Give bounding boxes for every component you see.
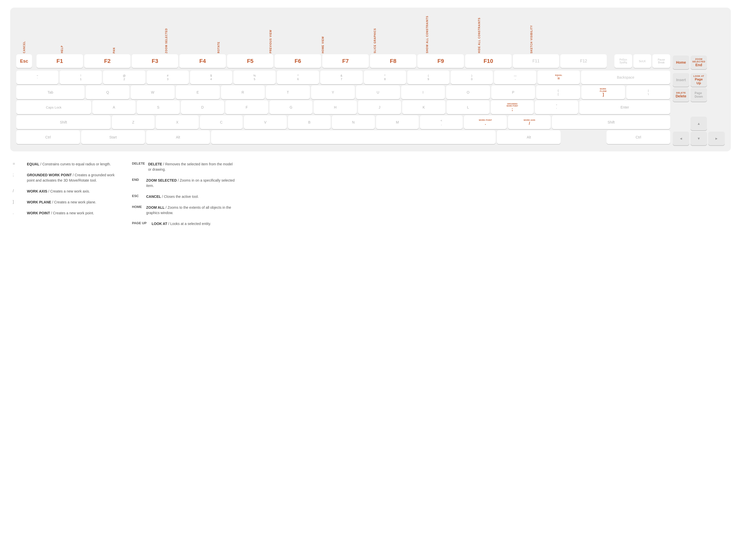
key-f6[interactable]: F6 — [275, 54, 321, 68]
key-h[interactable]: H — [314, 100, 356, 114]
key-ctrl-right[interactable]: Ctrl — [607, 130, 670, 144]
key-a[interactable]: A — [92, 100, 135, 114]
key-pause[interactable]: PauseBreak — [653, 54, 670, 68]
key-esc[interactable]: Esc — [16, 54, 32, 68]
key-equal[interactable]: EQUAL = — [537, 71, 580, 84]
key-p[interactable]: P — [491, 85, 535, 99]
key-backspace[interactable]: Backspace — [581, 71, 670, 84]
side-row-3: DELETE Delete PageDown — [673, 88, 725, 102]
key-f2[interactable]: F2 — [84, 54, 131, 68]
key-4[interactable]: $4 — [190, 71, 232, 84]
key-0[interactable]: )0 — [451, 71, 493, 84]
key-insert[interactable]: Insert — [673, 73, 689, 87]
key-end[interactable]: ZOOM SELECTED End — [690, 56, 707, 69]
key-f12[interactable]: F12 — [560, 54, 607, 68]
key-semicolon[interactable]: GROUNDEDWORK POINT ; — [491, 100, 534, 114]
key-r[interactable]: R — [221, 85, 265, 99]
key-scrlk[interactable]: ScrLK — [633, 54, 651, 68]
key-f9[interactable]: F9 — [417, 54, 464, 68]
key-period[interactable]: WORK POINT . — [464, 115, 507, 129]
key-arrow-left[interactable]: ◄ — [673, 132, 689, 145]
key-m[interactable]: M — [376, 115, 419, 129]
key-f10[interactable]: F10 — [465, 54, 512, 68]
key-alt-right[interactable]: Alt — [497, 130, 560, 144]
key-c[interactable]: C — [200, 115, 243, 129]
key-start[interactable]: Start — [81, 130, 145, 144]
key-caps-lock[interactable]: Caps Lock — [16, 100, 91, 114]
key-backslash[interactable]: |\ — [626, 85, 670, 99]
key-q[interactable]: Q — [86, 85, 130, 99]
legend-text-home: ZOOM ALL / Zooms to the extents of all o… — [146, 205, 236, 216]
number-key-row: ~` !1 @2 #3 $4 %5 ^6 — [16, 71, 670, 84]
key-w[interactable]: W — [131, 85, 175, 99]
key-quote[interactable]: "' — [535, 100, 578, 114]
key-f3[interactable]: F3 — [132, 54, 178, 68]
key-arrow-right[interactable]: ► — [708, 132, 725, 145]
key-v[interactable]: V — [244, 115, 286, 129]
key-n[interactable]: N — [332, 115, 375, 129]
key-8[interactable]: *8 — [364, 71, 406, 84]
key-ctrl-left[interactable]: Ctrl — [16, 130, 80, 144]
key-arrow-down[interactable]: ▼ — [690, 132, 707, 145]
key-g[interactable]: G — [270, 100, 313, 114]
key-d[interactable]: D — [181, 100, 224, 114]
key-lbracket[interactable]: {[ — [536, 85, 580, 99]
key-y[interactable]: Y — [311, 85, 355, 99]
key-page-down[interactable]: PageDown — [690, 88, 707, 102]
key-f8[interactable]: F8 — [370, 54, 416, 68]
key-i[interactable]: I — [401, 85, 445, 99]
key-z[interactable]: Z — [112, 115, 154, 129]
key-6[interactable]: ^6 — [277, 71, 319, 84]
key-b[interactable]: B — [288, 115, 331, 129]
key-3[interactable]: #3 — [147, 71, 189, 84]
key-alt-left[interactable]: Alt — [146, 130, 210, 144]
key-f7[interactable]: F7 — [322, 54, 369, 68]
key-tab[interactable]: Tab — [16, 85, 84, 99]
key-x[interactable]: X — [156, 115, 198, 129]
key-f[interactable]: F — [225, 100, 268, 114]
key-space[interactable] — [211, 130, 495, 144]
key-f4[interactable]: F4 — [180, 54, 226, 68]
key-e[interactable]: E — [176, 85, 220, 99]
key-arrow-up[interactable]: ▲ — [690, 117, 707, 130]
key-7[interactable]: &7 — [320, 71, 362, 84]
key-delete[interactable]: DELETE Delete — [673, 88, 689, 102]
key-home[interactable]: Home — [673, 56, 689, 69]
key-s[interactable]: S — [137, 100, 180, 114]
key-enter[interactable]: Enter — [579, 100, 670, 114]
key-slash[interactable]: WORK AXIS / — [508, 115, 551, 129]
legend-key-home: HOME — [132, 205, 141, 209]
legend-col2: DELETE DELETE / Removes the selected ite… — [132, 162, 236, 232]
key-prtscn[interactable]: PrtScnSysRq — [614, 54, 632, 68]
caps-key-row: Caps Lock A S D F G H J K L GROUNDEDWORK… — [16, 100, 670, 114]
key-5[interactable]: %5 — [233, 71, 276, 84]
key-9[interactable]: (9 — [407, 71, 450, 84]
bottom-key-row: Ctrl Start Alt Alt Ctrl — [16, 130, 670, 144]
key-o[interactable]: O — [446, 85, 490, 99]
key-2[interactable]: @2 — [103, 71, 145, 84]
key-j[interactable]: J — [358, 100, 401, 114]
legend-text-dot: WORK POINT / Creates a new work point. — [27, 211, 94, 216]
key-f5[interactable]: F5 — [227, 54, 274, 68]
label-hide-all-constraints: HIDE ALL CONSTRAINTS — [478, 17, 481, 53]
legend-item-end: END ZOOM SELECTED / Zooms in on a specif… — [132, 178, 236, 188]
key-tilde[interactable]: ~` — [16, 71, 58, 84]
legend-text-semicolon: GROUNDED WORK POINT / Creates a grounded… — [27, 172, 117, 183]
key-rbracket[interactable]: WORKPLANE ] — [582, 85, 625, 99]
key-shift-left[interactable]: Shift — [16, 115, 111, 129]
key-f1[interactable]: F1 — [37, 54, 83, 68]
key-u[interactable]: U — [356, 85, 400, 99]
legend-item-home: HOME ZOOM ALL / Zooms to the extents of … — [132, 205, 236, 216]
key-comma[interactable]: <, — [420, 115, 463, 129]
key-f11[interactable]: F11 — [513, 54, 559, 68]
key-minus[interactable]: —- — [494, 71, 536, 84]
key-page-up[interactable]: LOOK AT Page Up — [690, 73, 707, 87]
legend-key-delete: DELETE — [132, 162, 143, 165]
legend-text-pageup: LOOK AT / Looks at a selected entity. — [152, 221, 211, 227]
legend-text-slash: WORK AXIS / Creates a new work axis. — [27, 189, 90, 194]
key-l[interactable]: L — [447, 100, 489, 114]
key-t[interactable]: T — [266, 85, 310, 99]
key-shift-right[interactable]: Shift — [552, 115, 670, 129]
key-1[interactable]: !1 — [60, 71, 102, 84]
key-k[interactable]: K — [402, 100, 445, 114]
